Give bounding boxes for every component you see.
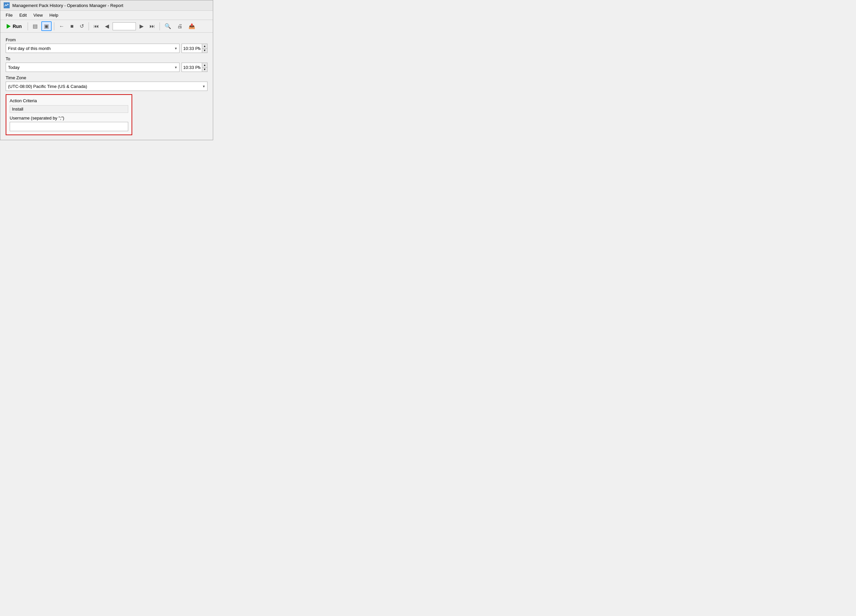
toolbar: Run ▤ ▣ ← ■ ↺ ⏮ ◀ <box>0 20 213 33</box>
last-page-icon: ⏭ <box>149 23 155 29</box>
last-page-btn[interactable]: ⏭ <box>147 22 157 31</box>
menu-file[interactable]: File <box>3 12 15 18</box>
menu-edit[interactable]: Edit <box>17 12 29 18</box>
run-button[interactable]: Run <box>3 22 25 30</box>
to-time-input[interactable] <box>182 63 202 72</box>
timezone-field-group: Time Zone (UTC-08:00) Pacific Time (US &… <box>6 75 208 91</box>
report-view-btn[interactable]: ▤ <box>30 22 40 31</box>
zoom-btn[interactable]: 🔍 <box>162 22 174 31</box>
refresh-icon: ↺ <box>80 23 84 29</box>
print-icon: 🖨 <box>177 23 183 29</box>
export-icon: 📤 <box>188 23 195 29</box>
to-time-down-btn[interactable]: ▼ <box>202 68 207 72</box>
from-time-wrapper: ▲ ▼ <box>182 44 208 53</box>
run-icon <box>7 24 11 29</box>
to-label: To <box>6 56 208 61</box>
next-page-btn[interactable]: ▶ <box>137 22 146 31</box>
separator-1 <box>28 22 28 30</box>
window-title: Management Pack History - Operations Man… <box>12 3 123 8</box>
timezone-dropdown-wrapper: (UTC-08:00) Pacific Time (US & Canada) ▼ <box>6 81 208 91</box>
page-layout-btn[interactable]: ▣ <box>41 21 52 31</box>
to-time-spinner: ▲ ▼ <box>202 63 207 72</box>
timezone-label: Time Zone <box>6 75 208 80</box>
to-dropdown[interactable]: Today <box>6 63 180 72</box>
title-bar: Management Pack History - Operations Man… <box>0 0 213 11</box>
stop-btn[interactable]: ■ <box>68 22 76 31</box>
username-input[interactable] <box>10 122 128 131</box>
first-page-icon: ⏮ <box>94 23 99 29</box>
username-label: Username (separated by ";") <box>10 115 128 121</box>
from-time-spinner: ▲ ▼ <box>202 44 207 52</box>
export-btn[interactable]: 📤 <box>186 22 197 31</box>
separator-2 <box>54 22 54 30</box>
from-time-input[interactable] <box>182 44 202 52</box>
refresh-btn[interactable]: ↺ <box>77 22 86 31</box>
to-dropdown-wrapper: Today ▼ <box>6 63 180 72</box>
from-time-up-btn[interactable]: ▲ <box>202 44 207 49</box>
from-label: From <box>6 37 208 42</box>
print-btn[interactable]: 🖨 <box>175 22 185 31</box>
menu-bar: File Edit View Help <box>0 11 213 20</box>
action-criteria-box: Action Criteria Install Username (separa… <box>6 94 132 135</box>
to-time-up-btn[interactable]: ▲ <box>202 63 207 68</box>
form-content: From First day of this month ▼ ▲ ▼ <box>0 33 213 140</box>
from-field-row: First day of this month ▼ ▲ ▼ <box>6 44 208 53</box>
menu-view[interactable]: View <box>31 12 45 18</box>
separator-4 <box>160 22 160 30</box>
separator-3 <box>89 22 89 30</box>
from-dropdown-wrapper: First day of this month ▼ <box>6 44 180 53</box>
page-number-input[interactable] <box>112 22 136 30</box>
report-view-icon: ▤ <box>32 23 38 29</box>
stop-icon: ■ <box>70 23 74 29</box>
to-field-row: Today ▼ ▲ ▼ <box>6 63 208 72</box>
zoom-icon: 🔍 <box>165 23 171 29</box>
app-icon <box>4 2 10 8</box>
action-criteria-value: Install <box>10 105 128 113</box>
run-label: Run <box>13 24 22 29</box>
back-icon: ← <box>59 23 64 29</box>
from-dropdown[interactable]: First day of this month <box>6 44 180 53</box>
next-page-icon: ▶ <box>140 23 143 29</box>
menu-help[interactable]: Help <box>47 12 61 18</box>
from-time-down-btn[interactable]: ▼ <box>202 49 207 53</box>
from-field-group: From First day of this month ▼ ▲ ▼ <box>6 37 208 53</box>
to-time-wrapper: ▲ ▼ <box>182 63 208 72</box>
back-btn[interactable]: ← <box>57 22 66 31</box>
to-field-group: To Today ▼ ▲ ▼ <box>6 56 208 72</box>
first-page-btn[interactable]: ⏮ <box>91 22 101 31</box>
main-window: Management Pack History - Operations Man… <box>0 0 213 140</box>
prev-page-icon: ◀ <box>105 23 109 29</box>
action-criteria-heading: Action Criteria <box>10 98 128 103</box>
prev-page-btn[interactable]: ◀ <box>103 22 111 31</box>
page-layout-icon: ▣ <box>44 23 49 29</box>
timezone-dropdown[interactable]: (UTC-08:00) Pacific Time (US & Canada) <box>6 81 208 91</box>
